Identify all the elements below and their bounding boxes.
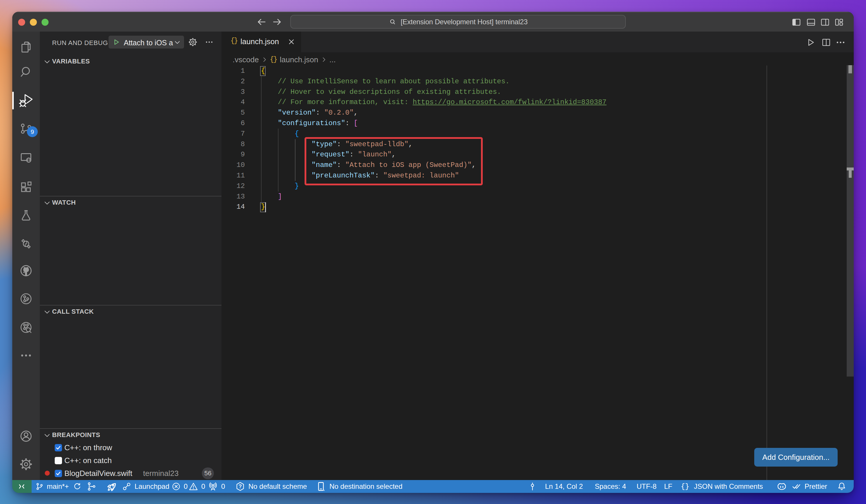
svg-text:?: ? xyxy=(239,483,242,489)
